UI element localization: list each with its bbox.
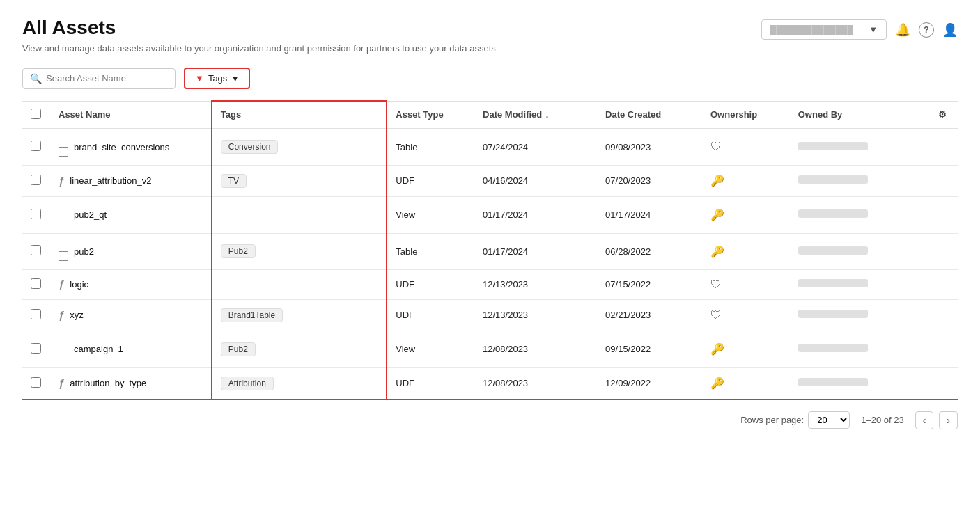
owned-by-cell [790, 233, 930, 269]
col-header-settings[interactable]: ⚙ [930, 101, 958, 129]
owned-by-cell [790, 331, 930, 367]
col-header-asset-type: Asset Type [387, 101, 474, 129]
owned-by-cell [790, 299, 930, 331]
asset-name[interactable]: attribution_by_type [70, 378, 146, 388]
row-checkbox[interactable] [31, 175, 41, 185]
row-checkbox[interactable] [31, 377, 41, 388]
date-created-cell: 09/08/2023 [597, 129, 702, 166]
tag-badge: Brand1Table [221, 308, 283, 322]
tags-cell: Attribution [212, 367, 387, 399]
tags-cell: TV [212, 165, 387, 196]
ownership-cell: 🛡 [702, 129, 790, 166]
asset-type-cell: View [387, 196, 474, 233]
row-checkbox[interactable] [31, 141, 41, 151]
tags-cell: Brand1Table [212, 299, 387, 331]
owned-by-placeholder [798, 142, 868, 150]
asset-name-cell: ƒ linear_attribution_v2 [50, 165, 212, 196]
asset-type-icon: ■■■■■■■■■ [59, 340, 68, 359]
search-input[interactable] [46, 73, 157, 84]
row-settings-cell [930, 233, 958, 269]
ownership-cell: 🔑 [702, 331, 790, 367]
row-checkbox[interactable] [31, 343, 41, 354]
asset-name-cell: ■■■■ pub2 [50, 233, 212, 269]
col-header-date-modified[interactable]: Date Modified ↓ [474, 101, 597, 129]
row-checkbox[interactable] [31, 309, 41, 319]
pagination-bar: Rows per page: 20 50 100 1–20 of 23 ‹ › [0, 400, 980, 441]
help-icon[interactable]: ? [919, 22, 934, 38]
asset-type-icon: ƒ [59, 175, 64, 187]
tags-filter-button[interactable]: ▼ Tags ▼ [184, 68, 250, 89]
owned-by-cell [790, 165, 930, 196]
asset-name[interactable]: linear_attribution_v2 [70, 175, 151, 186]
tag-badge: Pub2 [221, 244, 256, 258]
asset-name[interactable]: logic [70, 279, 88, 290]
asset-type-icon: ■■■■ [59, 138, 68, 157]
ownership-cell: 🔑 [702, 233, 790, 269]
owned-by-placeholder [798, 378, 868, 386]
rows-per-page-select[interactable]: 20 50 100 [808, 411, 850, 429]
row-settings-cell [930, 331, 958, 367]
row-checkbox-cell [22, 129, 50, 166]
asset-name[interactable]: campaign_1 [74, 344, 123, 354]
row-checkbox[interactable] [31, 245, 41, 255]
asset-type-cell: UDF [387, 165, 474, 196]
row-checkbox-cell [22, 196, 50, 233]
asset-type-icon: ƒ [59, 278, 64, 290]
row-settings-cell [930, 367, 958, 399]
owned-by-placeholder [798, 209, 868, 218]
asset-type-icon: ■■■■ [59, 242, 68, 261]
col-header-date-created: Date Created [597, 101, 702, 129]
col-header-owned-by: Owned By [790, 101, 930, 129]
date-modified-cell: 04/16/2024 [474, 165, 597, 196]
date-modified-cell: 12/08/2023 [474, 367, 597, 399]
date-modified-cell: 01/17/2024 [474, 196, 597, 233]
assets-table-container: Asset Name Tags Asset Type Date Modified… [0, 100, 980, 400]
filter-icon: ▼ [195, 73, 204, 84]
tag-badge: TV [221, 174, 247, 188]
tag-badge: Attribution [221, 377, 274, 390]
asset-name[interactable]: brand_site_conversions [74, 142, 169, 152]
row-checkbox-cell [22, 233, 50, 269]
asset-type-cell: View [387, 331, 474, 367]
page-title: All Assets [22, 17, 496, 39]
prev-page-button[interactable]: ‹ [915, 411, 934, 429]
asset-type-cell: UDF [387, 269, 474, 299]
date-modified-cell: 12/13/2023 [474, 299, 597, 331]
sort-down-icon: ↓ [545, 109, 550, 120]
row-checkbox-cell [22, 331, 50, 367]
select-all-header [22, 101, 50, 129]
ownership-cell: 🔑 [702, 196, 790, 233]
settings-gear-icon[interactable]: ⚙ [938, 109, 947, 120]
asset-name[interactable]: pub2 [74, 246, 94, 257]
asset-type-icon: ƒ [59, 309, 64, 321]
owned-by-cell [790, 196, 930, 233]
date-created-cell: 09/15/2022 [597, 331, 702, 367]
row-checkbox-cell [22, 299, 50, 331]
owned-by-placeholder [798, 310, 868, 318]
dropdown-arrow-icon: ▼ [869, 24, 878, 35]
row-settings-cell [930, 299, 958, 331]
date-modified-cell: 01/17/2024 [474, 233, 597, 269]
row-checkbox-cell [22, 269, 50, 299]
tags-cell [212, 196, 387, 233]
ownership-cell: 🛡 [702, 269, 790, 299]
owned-by-placeholder [798, 279, 868, 287]
next-page-button[interactable]: › [939, 411, 958, 429]
notification-bell-icon[interactable]: 🔔 [895, 22, 910, 38]
org-dropdown[interactable]: ██████████████ ▼ [761, 19, 887, 40]
date-modified-cell: 07/24/2024 [474, 129, 597, 166]
asset-name-cell: ■■■■■■■■■ campaign_1 [50, 331, 212, 367]
row-checkbox[interactable] [31, 209, 41, 219]
asset-type-cell: Table [387, 233, 474, 269]
owned-by-cell [790, 129, 930, 166]
asset-name[interactable]: pub2_qt [74, 209, 107, 220]
col-header-tags: Tags [212, 101, 387, 129]
select-all-checkbox[interactable] [31, 109, 41, 119]
user-profile-icon[interactable]: 👤 [942, 22, 958, 38]
row-settings-cell [930, 129, 958, 166]
rows-per-page-label: Rows per page: [740, 415, 804, 425]
owned-by-cell [790, 269, 930, 299]
search-box: 🔍 [22, 68, 176, 89]
asset-name[interactable]: xyz [70, 310, 84, 320]
row-checkbox[interactable] [31, 278, 41, 289]
